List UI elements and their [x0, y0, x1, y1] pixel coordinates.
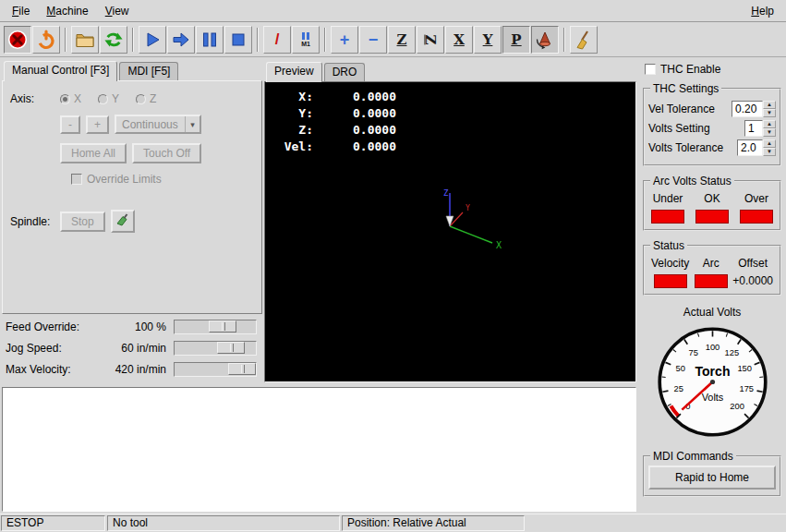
spin-down-icon[interactable]: ▼ [763, 109, 776, 117]
view-x-button[interactable]: X [445, 26, 473, 54]
spin-up-icon[interactable]: ▲ [763, 120, 776, 128]
under-indicator [651, 210, 684, 224]
menu-view[interactable]: View [97, 2, 138, 20]
offset-value: +0.0000 [732, 274, 773, 288]
thc-settings-title: THC Settings [650, 82, 721, 95]
open-file-button[interactable] [71, 26, 99, 54]
feed-override-handle[interactable] [209, 320, 236, 332]
spin-down-icon[interactable]: ▼ [763, 148, 776, 156]
jog-speed-handle[interactable] [217, 342, 245, 354]
letter-z-icon: Z [397, 31, 407, 48]
machine-power-button[interactable] [32, 26, 60, 54]
svg-text:50: 50 [675, 364, 684, 373]
axis-radio-z[interactable]: Z [136, 92, 156, 105]
jog-minus-button[interactable]: - [60, 115, 80, 134]
volts-setting-input[interactable]: 1 [744, 120, 763, 137]
view-perspective-button[interactable]: P [502, 26, 530, 54]
view-z-rotated-button[interactable]: Z [417, 26, 444, 54]
jog-plus-button[interactable]: + [86, 115, 109, 134]
volts-tolerance-label: Volts Tolerance [648, 141, 723, 154]
mdi-commands-title: MDI Commands [650, 450, 736, 463]
menubar: File Machine View Help [0, 0, 786, 22]
spindle-label: Spindle: [10, 215, 54, 228]
max-velocity-row: Max Velocity: 420 in/min [6, 361, 257, 377]
dro-readout: X:0.0000 Y:0.0000 Z:0.0000 Vel:0.0000 [274, 90, 396, 153]
letter-y-icon: Y [483, 31, 493, 48]
skip-lines-toggle[interactable]: / [263, 26, 291, 54]
run-button[interactable] [139, 26, 166, 54]
zoom-in-button[interactable]: + [331, 26, 358, 54]
svg-text:175: 175 [739, 384, 754, 393]
axis-radio-y[interactable]: Y [98, 92, 119, 105]
gauge-subtitle: Volts [701, 392, 723, 403]
optional-pause-toggle[interactable]: M1 [292, 26, 320, 54]
view-y-button[interactable]: Y [474, 26, 502, 54]
menu-machine[interactable]: Machine [38, 2, 96, 20]
velocity-status: Velocity [651, 257, 689, 288]
app-window: File Machine View Help [0, 0, 786, 532]
jog-speed-value: 60 in/min [105, 342, 166, 355]
preview-canvas[interactable]: X:0.0000 Y:0.0000 Z:0.0000 Vel:0.0000 Z … [264, 81, 636, 382]
pause-button[interactable] [196, 26, 224, 54]
spindle-stop-button[interactable]: Stop [60, 212, 105, 232]
ok-status: OK [695, 192, 729, 224]
jog-speed-row: Jog Speed: 60 in/min [6, 340, 257, 356]
menu-help[interactable]: Help [743, 2, 782, 20]
toolbar: / M1 + − Z Z X Y P [0, 22, 786, 57]
clear-plot-button[interactable] [570, 26, 598, 54]
message-output[interactable] [2, 387, 636, 512]
vel-tolerance-label: Vel Tolerance [648, 103, 715, 115]
touch-off-button[interactable]: Touch Off [132, 143, 201, 163]
checkbox-icon [645, 64, 656, 75]
tab-manual-control[interactable]: Manual Control [F3] [4, 61, 117, 81]
statusbar: ESTOP No tool Position: Relative Actual [0, 514, 786, 532]
run-icon [142, 30, 163, 50]
mdi-commands-group: MDI Commands Rapid to Home [643, 450, 781, 497]
spin-up-icon[interactable]: ▲ [763, 101, 776, 109]
spin-up-icon[interactable]: ▲ [763, 139, 776, 148]
letter-z-rotated-icon: Z [422, 34, 439, 44]
rapid-to-home-button[interactable]: Rapid to Home [648, 466, 776, 490]
chevron-down-icon: ▾ [185, 116, 200, 132]
under-status: Under [651, 192, 684, 224]
manual-tabbar: Manual Control [F3] MDI [F5] [2, 59, 262, 80]
over-indicator [740, 210, 773, 224]
override-limits-checkbox[interactable]: Override Limits [71, 173, 162, 186]
rotate-view-button[interactable] [531, 26, 559, 54]
step-button[interactable] [167, 26, 195, 54]
max-velocity-handle[interactable] [228, 363, 256, 375]
arc-indicator [695, 274, 728, 288]
max-velocity-value: 420 in/min [105, 363, 166, 376]
estop-button[interactable] [4, 26, 31, 54]
thc-settings-group: THC Settings Vel Tolerance 0.20 ▲▼ Volts… [643, 82, 781, 166]
jog-mode-select[interactable]: Continuous ▾ [115, 115, 201, 134]
tab-preview[interactable]: Preview [266, 62, 322, 82]
plus-icon: + [340, 31, 350, 48]
menu-file[interactable]: File [4, 2, 38, 20]
jog-speed-slider[interactable] [174, 341, 257, 356]
stop-button[interactable] [224, 26, 252, 54]
spin-down-icon[interactable]: ▼ [763, 128, 776, 137]
thc-enable-checkbox[interactable]: THC Enable [645, 63, 780, 76]
pause-icon [200, 30, 220, 50]
axes-indicator: Z Y X [411, 182, 513, 270]
view-z-button[interactable]: Z [388, 26, 416, 54]
torch-volts-gauge: 0 25 50 75 100 125 150 175 200 Torch Vol… [655, 324, 770, 440]
toolbar-separator [132, 28, 134, 52]
reload-file-button[interactable] [100, 26, 127, 54]
slash-icon: / [275, 30, 280, 49]
feed-override-slider[interactable] [174, 320, 257, 334]
tab-mdi[interactable]: MDI [F5] [119, 62, 178, 80]
spindle-brush-button[interactable] [111, 210, 135, 233]
zoom-out-button[interactable]: − [359, 26, 387, 54]
checkbox-icon [71, 174, 82, 185]
vel-tolerance-row: Vel Tolerance 0.20 ▲▼ [648, 101, 776, 117]
home-all-button[interactable]: Home All [60, 143, 127, 163]
rotate-cone-icon [535, 30, 555, 50]
axis-radio-x[interactable]: X [60, 92, 81, 105]
volts-tolerance-input[interactable]: 2.0 [737, 139, 763, 156]
svg-text:150: 150 [737, 364, 752, 373]
max-velocity-slider[interactable] [174, 362, 257, 377]
vel-tolerance-input[interactable]: 0.20 [732, 101, 763, 117]
tab-dro[interactable]: DRO [324, 63, 366, 81]
